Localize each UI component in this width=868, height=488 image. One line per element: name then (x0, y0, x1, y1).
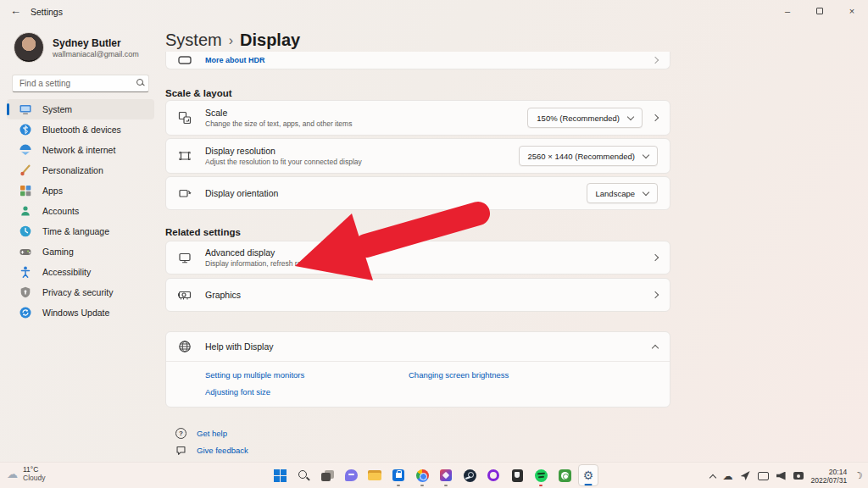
advanced-display-subtitle: Display information, refresh rate (205, 259, 307, 268)
accessibility-person-icon (19, 265, 32, 279)
photos-button[interactable] (436, 464, 456, 486)
spotify-button[interactable] (531, 464, 551, 486)
xbox-button[interactable] (554, 464, 575, 486)
settings-taskbar-button[interactable]: ⚙ (578, 464, 598, 486)
hdr-icon (178, 56, 192, 64)
hdr-card[interactable]: More about HDR (165, 52, 670, 69)
graphics-row[interactable]: Graphics (165, 278, 670, 312)
maximize-icon (816, 8, 823, 14)
sidebar-item-accounts[interactable]: Accounts (7, 201, 154, 221)
gpu-icon (178, 288, 192, 302)
clock[interactable]: 20:14 2022/07/31 (811, 468, 848, 485)
breadcrumb-separator: › (229, 32, 233, 48)
display-orientation-row: Display orientation Landscape (165, 176, 670, 210)
camera-tray-icon[interactable] (793, 472, 804, 480)
xbox-icon (559, 469, 571, 482)
running-indicator (420, 485, 424, 487)
more-about-hdr-link[interactable]: More about HDR (205, 56, 265, 64)
close-button[interactable]: × (836, 0, 868, 22)
advanced-display-row[interactable]: Advanced display Display information, re… (165, 241, 670, 274)
display-tray-icon[interactable] (758, 472, 769, 480)
resolution-title: Display resolution (205, 146, 362, 156)
search-icon (298, 469, 309, 481)
chevron-right-icon (652, 57, 659, 64)
volume-icon[interactable] (776, 472, 786, 480)
display-resolution-row: Display resolution Adjust the resolution… (165, 138, 670, 174)
maximize-button[interactable] (804, 0, 836, 22)
person-icon (19, 204, 32, 218)
running-indicator (397, 485, 400, 487)
help-link-multiple-monitors[interactable]: Setting up multiple monitors (205, 370, 409, 380)
weather-temp: 11°C (23, 465, 45, 474)
tray-time: 20:14 (811, 468, 848, 476)
help-link-font-size[interactable]: Adjusting font size (205, 387, 409, 396)
desktop-screen: ← Settings – × Sydney Butler wallmaniaca… (0, 0, 868, 488)
weather-widget[interactable]: ☁ 11°C Cloudy (7, 465, 45, 482)
back-icon[interactable]: ← (10, 4, 21, 17)
sidebar-item-label: Bluetooth & devices (42, 125, 121, 135)
user-profile[interactable]: Sydney Butler wallmaniacal@gmail.com (0, 22, 161, 63)
resolution-value: 2560 × 1440 (Recommended) (528, 152, 635, 161)
sidebar-item-label: Apps (42, 186, 63, 196)
sidebar-item-label: System (42, 104, 72, 114)
scale-row[interactable]: Scale Change the size of text, apps, and… (165, 100, 670, 136)
sidebar-item-network[interactable]: Network & internet (7, 140, 154, 160)
sidebar-item-label: Privacy & security (42, 287, 113, 297)
user-name: Sydney Butler (53, 37, 139, 50)
sidebar-item-label: Personalization (42, 165, 103, 175)
question-mark-icon: ? (175, 428, 186, 439)
epic-games-button[interactable] (507, 464, 527, 486)
taskbar-search-button[interactable] (293, 464, 314, 486)
store-icon (392, 469, 404, 481)
get-help-label: Get help (197, 429, 227, 438)
shield-icon (19, 286, 32, 299)
sidebar-item-gaming[interactable]: Gaming (7, 241, 154, 262)
get-help-link[interactable]: ? Get help (175, 424, 670, 441)
sidebar-item-apps[interactable]: Apps (7, 180, 154, 201)
give-feedback-label: Give feedback (197, 446, 248, 455)
onedrive-cloud-icon[interactable]: ☁ (723, 470, 733, 482)
chevron-down-icon (627, 113, 634, 119)
start-button[interactable] (270, 464, 290, 486)
microsoft-store-button[interactable] (388, 464, 409, 486)
sidebar-item-accessibility[interactable]: Accessibility (7, 262, 154, 282)
orientation-title: Display orientation (205, 188, 278, 198)
sidebar-item-system[interactable]: System (7, 99, 154, 119)
resolution-dropdown[interactable]: 2560 × 1440 (Recommended) (519, 146, 658, 166)
minimize-button[interactable]: – (771, 0, 804, 22)
chevron-down-icon (643, 151, 649, 158)
scale-dropdown[interactable]: 150% (Recommended) (527, 108, 643, 128)
search-input[interactable] (12, 75, 149, 92)
sidebar-item-windows-update[interactable]: Windows Update (7, 302, 154, 323)
gamepad-icon (19, 245, 32, 258)
chat-button[interactable] (341, 464, 361, 486)
purple-ring-app-button[interactable] (483, 464, 504, 486)
sidebar-item-privacy[interactable]: Privacy & security (7, 282, 154, 302)
orientation-dropdown[interactable]: Landscape (587, 183, 658, 203)
search-icon (136, 79, 143, 86)
give-feedback-link[interactable]: Give feedback (175, 441, 670, 458)
location-arrow-icon[interactable] (741, 471, 750, 480)
help-link-screen-brightness[interactable]: Changing screen brightness (409, 370, 658, 380)
taskbar-apps: ⚙ (270, 464, 598, 486)
advanced-display-title: Advanced display (205, 247, 307, 258)
focus-assist-moon-icon[interactable]: ☽ (854, 469, 865, 482)
hidden-icons-chevron[interactable] (710, 472, 715, 480)
taskbar: ☁ 11°C Cloudy ⚙ ☁ (0, 462, 868, 488)
chrome-button[interactable] (412, 464, 432, 486)
task-view-icon (321, 470, 334, 481)
breadcrumb-system[interactable]: System (165, 30, 222, 50)
steam-button[interactable] (459, 464, 480, 486)
weather-condition: Cloudy (23, 474, 45, 482)
scale-title: Scale (205, 108, 352, 118)
sidebar-item-personalization[interactable]: Personalization (7, 160, 154, 180)
help-title: Help with Display (205, 341, 274, 352)
sidebar-item-time-language[interactable]: Time & language (7, 221, 154, 241)
display-settings-page: System › Display More about HDR Scale & … (165, 22, 670, 462)
cloud-icon: ☁ (7, 469, 18, 480)
task-view-button[interactable] (317, 464, 337, 486)
help-header[interactable]: Help with Display (166, 332, 670, 361)
file-explorer-button[interactable] (364, 464, 385, 486)
monitor-icon (178, 251, 192, 264)
sidebar-item-bluetooth[interactable]: Bluetooth & devices (7, 119, 154, 140)
